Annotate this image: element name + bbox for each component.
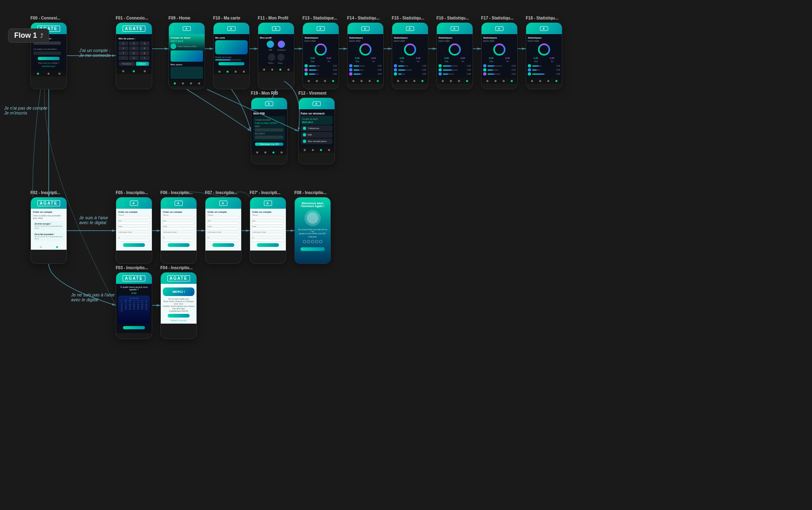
screen-f02[interactable]: AGATE Créer un compte Créer à oubliez vo… xyxy=(30,197,67,264)
screen-label-f04: F04 - Inscriptio... xyxy=(160,266,192,270)
screen-f07p[interactable]: A Créer un compte Prénom Nom Emai xyxy=(250,197,286,264)
screen-label-f12: F12 - Virement xyxy=(298,91,326,95)
screen-label-f02: F02 - Inscripti... xyxy=(30,190,60,195)
screen-f17[interactable]: A Statistiques Fév/Yr 2024 0,0€Dép 0,0€A… xyxy=(481,22,518,89)
screen-label-f11: F11 - Mon Profil xyxy=(258,16,288,20)
annotation-ann3: Je suis à l'aiseavec le digital xyxy=(79,215,108,225)
screen-label-f13: F13 - Statistique... xyxy=(302,16,337,20)
screen-label-f17: F17 - Statistiqu... xyxy=(481,16,514,20)
screen-f01[interactable]: AGATE Mot de passe : 123456789*0# Précéd… xyxy=(116,22,152,89)
screen-label-f00: F00 - Connexi... xyxy=(30,16,60,20)
screen-label-f08: F08 - Inscriptio... xyxy=(294,190,326,195)
screen-f07[interactable]: A Créer un compte Prénom Nom Emai xyxy=(205,197,242,264)
screen-label-f06: F06 - Inscriptio... xyxy=(160,190,192,195)
annotation-ann1: J'ai un compte :Je me connecte xyxy=(79,48,111,58)
screen-label-f19: F19 - Mon RIB xyxy=(251,91,278,95)
screen-label-f10: F10 - Ma carte xyxy=(213,16,240,20)
screen-f04[interactable]: AGATE MERCI ! On ne vous oublie pas!Nous… xyxy=(160,272,197,339)
screen-f10[interactable]: A Me carte Détails de la carte xyxy=(213,22,250,89)
screen-label-f15: F15 - Statistiqu... xyxy=(392,16,424,20)
screen-f13[interactable]: A Statistiques Fév/Yr 2024 0,0€Dép 0,0€A… xyxy=(302,22,339,89)
screen-f11[interactable]: A Mon profil RIB Virement xyxy=(258,22,294,89)
screen-label-f14: F14 - Statistiqu... xyxy=(347,16,380,20)
annotation-ann2: Je n'ai pas de compte :Je m'inscris xyxy=(4,106,50,115)
screen-f16[interactable]: A Statistiques Fév/Yr 2024 0,0€Dép 0,0€A… xyxy=(436,22,473,89)
screen-label-f18: F18 - Statistiqu... xyxy=(526,16,558,20)
screen-label-f07p: F07' - Inscripti... xyxy=(250,190,281,195)
flow-text: Flow 1 xyxy=(14,31,37,40)
screen-label-f05: F05 - Inscriptio... xyxy=(116,190,148,195)
flow-label[interactable]: Flow 1 ⤴ xyxy=(8,28,49,43)
screen-label-f09: F09 - Home xyxy=(168,16,190,20)
annotation-ann4: Je ne suis pas à l'aiseavec le digital xyxy=(71,292,114,302)
screen-f15[interactable]: A Statistiques Fév/Yr 2024 0,0€Dép 0,0€A… xyxy=(392,22,428,89)
screen-label-f01: F01 - Connexio... xyxy=(116,16,148,20)
screen-label-f07: F07 - Inscriptio... xyxy=(205,190,237,195)
screen-f14[interactable]: A Statistiques Fév/Yr 2024 0,0€Dép 0,0€A… xyxy=(347,22,384,89)
screen-label-f03: F03 - Inscriptio... xyxy=(116,266,148,270)
screen-f12[interactable]: A Faire un virement Compte de dépôt 2017… xyxy=(298,97,335,164)
screen-f03[interactable]: AGATE À quelle heure peut-je vous appele… xyxy=(116,272,152,339)
screen-f18[interactable]: A Statistiques Fév/Yr 2024 0,0€Dép 0,0€A… xyxy=(526,22,562,89)
screen-f06[interactable]: A Créer un compte Prénom Nom Emai xyxy=(160,197,197,264)
screen-f09[interactable]: A Compte de dépot 2017,34 € Fathe Hassou… xyxy=(168,22,205,89)
screen-f08[interactable]: Bienvenue dansl'aventure Agate ! Vos ava… xyxy=(294,197,331,264)
screen-f19[interactable]: A Mon RIB Compte de dépôt Fabrice-Marc-M… xyxy=(251,97,287,164)
flow-icon[interactable]: ⤴ xyxy=(40,32,43,39)
screen-f05[interactable]: A Créer un compte Prénom Nom Emai xyxy=(116,197,152,264)
screen-label-f16: F16 - Statistiqu... xyxy=(436,16,469,20)
